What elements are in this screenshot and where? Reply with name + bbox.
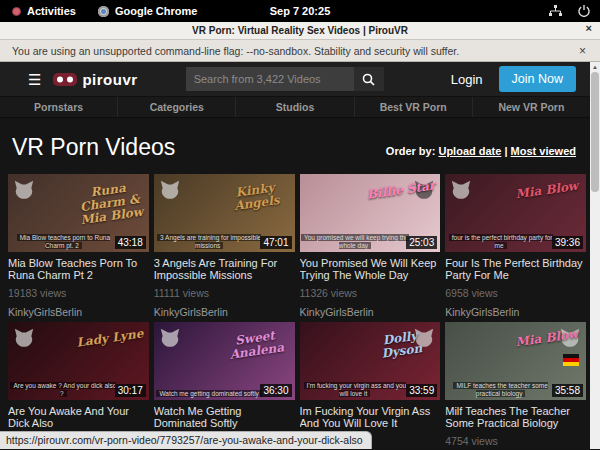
nav-item-new-vr[interactable]: New VR Porn <box>472 97 590 117</box>
main-nav: Pornstars Categories Studios Best VR Por… <box>0 96 590 118</box>
video-title-link[interactable]: Are You Awake And Your Dick Also <box>8 405 149 429</box>
nav-item-studios[interactable]: Studios <box>235 97 353 117</box>
video-thumbnail[interactable]: Mia Blow four is the perfect birthday pa… <box>445 174 586 252</box>
search-bar <box>186 67 384 91</box>
studio-cat-logo-icon <box>159 179 181 201</box>
duration-badge: 30:17 <box>115 384 146 397</box>
clock[interactable]: Sep 7 20:25 <box>0 5 600 17</box>
thumbnail-caption: 3 Angels are training for impossible mis… <box>154 234 265 250</box>
video-card: Mia Blow four is the perfect birthday pa… <box>445 174 586 322</box>
video-views: 6958 views <box>445 287 586 299</box>
window-title: VR Porn: Virtual Reality Sex Videos | Pi… <box>192 25 408 36</box>
search-input[interactable] <box>186 67 354 91</box>
order-most-viewed-link[interactable]: Most viewed <box>511 145 576 157</box>
video-title-link[interactable]: Mia Blow Teaches Porn To Runa Charm Pt 2 <box>8 257 149 281</box>
thumbnail-model-name: Sweet Analena <box>218 327 293 363</box>
video-views: 4754 views <box>445 435 586 447</box>
thumbnail-caption: four is the perfect birthday party for m… <box>445 234 556 250</box>
thumbnail-caption: Are you awake ? And your dick also ? <box>8 382 119 398</box>
studio-cat-logo-icon <box>450 179 472 201</box>
studio-cat-logo-icon <box>159 327 181 349</box>
order-by: Order by: Upload date | Most viewed <box>386 145 576 161</box>
heading-row: VR Porn Videos Order by: Upload date | M… <box>0 118 590 174</box>
order-by-label: Order by: <box>386 145 436 157</box>
power-icon[interactable] <box>578 5 590 17</box>
video-card: Dolly Dyson I'm fucking your virgin ass … <box>300 322 441 449</box>
nav-item-best-vr[interactable]: Best VR Porn <box>354 97 472 117</box>
site-logo-text: pirouvr <box>82 71 137 88</box>
gnome-top-bar: Activities Google Chrome Sep 7 20:25 <box>0 0 600 22</box>
nav-item-categories[interactable]: Categories <box>117 97 235 117</box>
video-thumbnail[interactable]: Billie Star You promised we will keep tr… <box>300 174 441 252</box>
video-card: Mia Blow MILF teaches the teacher some p… <box>445 322 586 449</box>
duration-badge: 39:36 <box>552 236 583 249</box>
video-card: Lady Lyne Are you awake ? And your dick … <box>8 322 149 449</box>
video-title-link[interactable]: Four Is The Perfect Birthday Party For M… <box>445 257 586 281</box>
video-title-link[interactable]: 3 Angels Are Training For Impossible Mis… <box>154 257 295 281</box>
nav-item-pornstars[interactable]: Pornstars <box>0 97 117 117</box>
video-title-link[interactable]: Watch Me Getting Dominated Softly <box>154 405 295 429</box>
thumbnail-model-name: Lady Lyne <box>73 327 146 350</box>
video-studio-link[interactable]: KinkyGirlsBerlin <box>445 306 586 318</box>
thumbnail-caption: I'm fucking your virgin ass and you will… <box>300 382 411 398</box>
duration-badge: 35:58 <box>552 384 583 397</box>
video-thumbnail[interactable]: Mia Blow MILF teaches the teacher some p… <box>445 322 586 400</box>
search-icon <box>362 73 375 86</box>
page-title: VR Porn Videos <box>12 134 175 161</box>
thumbnail-model-name: Mia Blow <box>510 179 583 202</box>
window-title-bar: VR Porn: Virtual Reality Sex Videos | Pi… <box>0 22 600 40</box>
scrollbar-thumb[interactable] <box>591 72 599 192</box>
scrollbar-up-arrow[interactable]: ▲ <box>590 62 600 70</box>
video-studio-link[interactable]: KinkyGirlsBerlin <box>8 306 149 318</box>
video-studio-link[interactable]: KinkyGirlsBerlin <box>154 306 295 318</box>
video-card: Kinky Angels 3 Angels are training for i… <box>154 174 295 322</box>
video-grid: Runa Charm & Mia Blow Mia Blow teaches p… <box>0 174 600 449</box>
thumbnail-model-name: Dolly Dyson <box>364 327 439 363</box>
sandbox-warning-bar: You are using an unsupported command-lin… <box>0 40 600 62</box>
video-views: 11326 views <box>300 287 441 299</box>
search-button[interactable] <box>354 67 384 91</box>
studio-cat-logo-icon <box>13 327 35 349</box>
sandbox-warning-text: You are using an unsupported command-lin… <box>12 45 459 57</box>
network-icon[interactable] <box>549 5 562 17</box>
video-title-link[interactable]: Im Fucking Your Virgin Ass And You Will … <box>300 405 441 429</box>
order-divider: | <box>504 145 507 157</box>
video-views: 11111 views <box>154 287 295 299</box>
duration-badge: 25:03 <box>406 236 437 249</box>
thumbnail-model-name: Kinky Angels <box>218 179 293 215</box>
site-logo[interactable]: pirouvr <box>53 71 137 88</box>
studio-cat-logo-icon <box>13 179 35 201</box>
site-header: ☰ pirouvr Login Join Now <box>0 62 600 96</box>
join-now-button[interactable]: Join Now <box>499 66 576 92</box>
video-card: Billie Star You promised we will keep tr… <box>300 174 441 322</box>
video-title-link[interactable]: Milf Teaches The Teacher Some Practical … <box>445 405 586 429</box>
video-thumbnail[interactable]: Runa Charm & Mia Blow Mia Blow teaches p… <box>8 174 149 252</box>
vr-goggles-icon <box>53 72 77 87</box>
duration-badge: 33:59 <box>406 384 437 397</box>
video-studio-link[interactable]: KinkyGirlsBerlin <box>300 306 441 318</box>
german-flag-icon <box>563 354 579 366</box>
thumbnail-model-name: Runa Charm & Mia Blow <box>71 179 148 228</box>
thumbnail-caption: Mia Blow teaches porn to Runa Charm pt. … <box>8 234 119 250</box>
page-scrollbar[interactable]: ▲ <box>590 62 600 449</box>
hamburger-menu-icon[interactable]: ☰ <box>28 72 41 87</box>
window-close-icon[interactable]: × <box>586 22 592 34</box>
thumbnail-caption: Watch me getting dominated softly <box>154 390 265 398</box>
duration-badge: 43:18 <box>115 236 146 249</box>
page-viewport: ☰ pirouvr Login Join Now Pornstars Categ… <box>0 62 600 449</box>
thumbnail-caption: MILF teaches the teacher some practical … <box>445 382 556 398</box>
duration-badge: 36:30 <box>260 384 291 397</box>
video-views: 19183 views <box>8 287 149 299</box>
video-thumbnail[interactable]: Kinky Angels 3 Angels are training for i… <box>154 174 295 252</box>
thumbnail-caption: You promised we will keep trying the who… <box>300 234 411 250</box>
video-title-link[interactable]: You Promised We Will Keep Trying The Who… <box>300 257 441 281</box>
video-card: Sweet Analena Watch me getting dominated… <box>154 322 295 449</box>
warning-close-icon[interactable]: × <box>579 44 586 58</box>
link-status-bar: https://pirouvr.com/vr-porn-video/779325… <box>0 431 372 449</box>
video-thumbnail[interactable]: Lady Lyne Are you awake ? And your dick … <box>8 322 149 400</box>
order-upload-date-link[interactable]: Upload date <box>438 145 501 157</box>
video-thumbnail[interactable]: Dolly Dyson I'm fucking your virgin ass … <box>300 322 441 400</box>
duration-badge: 47:01 <box>260 236 291 249</box>
video-thumbnail[interactable]: Sweet Analena Watch me getting dominated… <box>154 322 295 400</box>
login-link[interactable]: Login <box>451 72 483 87</box>
